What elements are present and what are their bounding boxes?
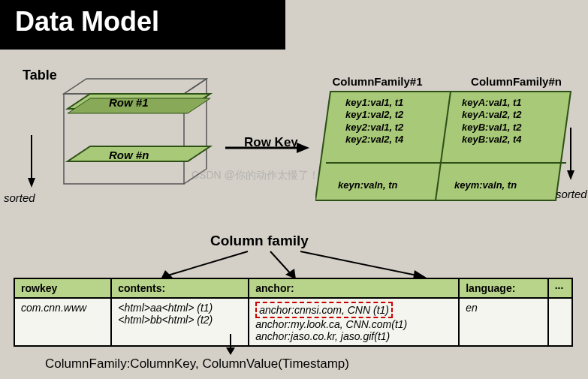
anchor-highlight: anchor:cnnsi.com, CNN (t1) <box>255 302 393 318</box>
sorted-arrow-left <box>24 131 39 194</box>
svg-text:Row #1: Row #1 <box>109 96 149 109</box>
svg-line-19 <box>165 251 248 276</box>
svg-marker-26 <box>226 347 235 355</box>
table-row: com.cnn.www <html>aa<html> (t1) <html>bb… <box>14 298 572 346</box>
th-contents: contents: <box>111 278 249 298</box>
sorted-arrow-right <box>563 124 578 187</box>
svg-marker-11 <box>28 178 35 188</box>
svg-line-23 <box>300 251 421 276</box>
th-anchor: anchor: <box>249 278 459 298</box>
cell-dots <box>548 298 572 346</box>
svg-line-2 <box>184 79 207 94</box>
watermark: CSDN @你的动作太慢了！ <box>191 169 319 182</box>
cf-cell-br: keym:valn, tn <box>454 179 517 191</box>
column-family-area: ColumnFamily#1 ColumnFamily#n key1:val1,… <box>308 75 586 204</box>
svg-marker-0 <box>64 79 207 94</box>
rowkey-label: Row Key <box>244 135 298 150</box>
sorted-label-left: sorted <box>4 191 35 204</box>
column-family-label: Column family <box>210 233 309 249</box>
example-table: rowkey contents: anchor: language: ··· c… <box>14 278 573 347</box>
cfn-header: ColumnFamily#n <box>447 75 586 88</box>
th-dots: ··· <box>548 278 572 298</box>
cf-cell-bl: keyn:valn, tn <box>338 179 397 191</box>
cf1-header: ColumnFamily#1 <box>308 75 447 88</box>
th-rowkey: rowkey <box>14 278 111 298</box>
table-label: Table <box>23 68 57 83</box>
footer-text: ColumnFamily:ColumnKey, ColumnValue(Time… <box>45 356 349 371</box>
svg-marker-18 <box>567 170 574 180</box>
cell-language: en <box>459 298 547 346</box>
cf-cell-tr: keyA:val1, t1 keyA:val2, t2 keyB:val1, t… <box>462 97 522 146</box>
svg-text:Row #n: Row #n <box>109 149 149 161</box>
page-title: Data Model <box>0 0 285 50</box>
sorted-label-right: sorted <box>556 188 587 200</box>
cell-rowkey: com.cnn.www <box>14 298 111 346</box>
cf-cell-tl: key1:val1, t1 key1:val2, t2 key2:val1, t… <box>345 97 403 146</box>
footer-arrow <box>223 334 238 359</box>
cell-anchor: anchor:cnnsi.com, CNN (t1) anchor:my.loo… <box>249 298 459 346</box>
th-language: language: <box>459 278 547 298</box>
